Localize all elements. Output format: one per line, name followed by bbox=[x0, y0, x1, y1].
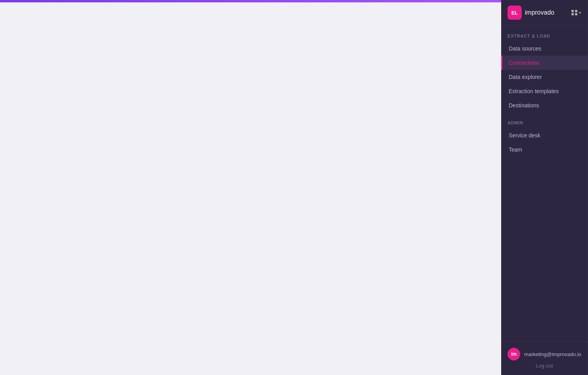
sidebar-item-label: Team bbox=[509, 146, 522, 153]
sidebar-item-label: Extraction templates bbox=[509, 88, 559, 94]
logout-link[interactable]: Log out bbox=[536, 363, 553, 369]
sidebar-bottom: im marketing@improvado.io Log out bbox=[501, 341, 588, 375]
sidebar-item-service-desk[interactable]: Service desk bbox=[501, 128, 588, 142]
user-email: marketing@improvado.io bbox=[524, 351, 581, 357]
sidebar-item-extraction-templates[interactable]: Extraction templates bbox=[501, 84, 588, 98]
sidebar-item-data-sources[interactable]: Data sources bbox=[501, 41, 588, 56]
logo-name: improvado bbox=[525, 9, 554, 16]
sidebar-item-data-explorer[interactable]: Data explorer bbox=[501, 70, 588, 84]
sidebar-item-label: Data sources bbox=[509, 45, 541, 52]
section-label-admin: ADMIN bbox=[501, 112, 588, 128]
sidebar-item-label: Service desk bbox=[509, 132, 540, 139]
section-label-extract: EXTRACT & LOAD bbox=[501, 26, 588, 41]
avatar: im bbox=[507, 348, 520, 360]
grid-icon[interactable]: ▾ bbox=[571, 10, 581, 15]
sidebar: EL improvado ▾ EXTRACT & LOAD Data sourc… bbox=[501, 0, 588, 375]
top-accent-bar bbox=[0, 0, 501, 2]
logo-badge: EL bbox=[507, 6, 522, 20]
sidebar-item-destinations[interactable]: Destinations bbox=[501, 98, 588, 112]
chevron-down-icon: ▾ bbox=[579, 10, 581, 15]
user-info: im marketing@improvado.io bbox=[507, 348, 581, 360]
sidebar-item-label: Destinations bbox=[509, 102, 539, 109]
sidebar-item-connections[interactable]: Connections bbox=[501, 56, 588, 70]
sidebar-header: EL improvado ▾ bbox=[501, 0, 588, 26]
sidebar-item-label: Data explorer bbox=[509, 74, 542, 80]
sidebar-item-team[interactable]: Team bbox=[501, 142, 588, 157]
sidebar-item-label: Connections bbox=[509, 60, 539, 66]
